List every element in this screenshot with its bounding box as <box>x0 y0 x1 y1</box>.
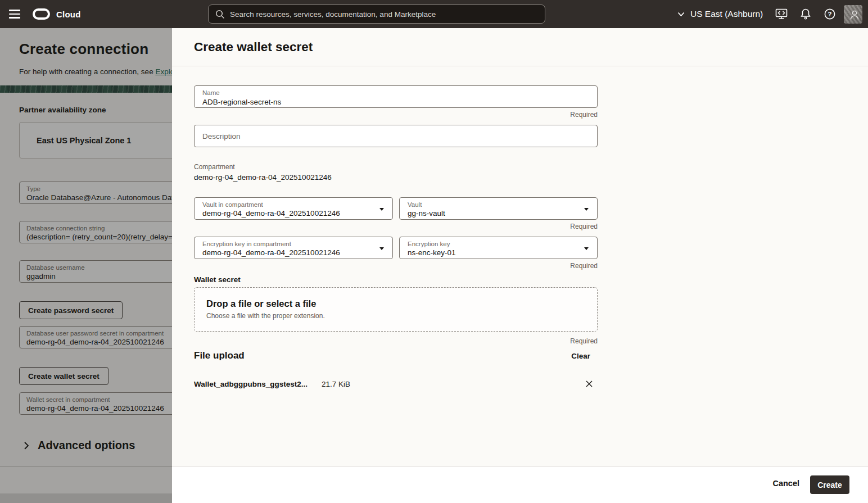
wallet-secret-label: Wallet secret <box>194 275 598 284</box>
dropzone-title: Drop a file or select a file <box>206 298 597 309</box>
name-input[interactable] <box>202 97 589 107</box>
help-icon: ? <box>823 7 837 21</box>
required-hint: Required <box>194 337 598 345</box>
brand-label: Cloud <box>56 10 81 19</box>
drawer-body: Name Required Compartment demo-rg-04_dem… <box>172 67 868 466</box>
file-size: 21.7 KiB <box>322 380 350 388</box>
chevron-down-icon <box>584 208 589 211</box>
cloud-shell-button[interactable] <box>775 7 788 21</box>
encryption-key-compartment-select[interactable]: Encryption key in compartment demo-rg-04… <box>194 237 393 270</box>
drawer-title: Create wallet secret <box>194 40 313 55</box>
uploaded-file-row: Wallet_adbggpubns_ggstest2... 21.7 KiB <box>194 379 598 391</box>
encryption-key-row: Encryption key in compartment demo-rg-04… <box>194 237 598 270</box>
close-icon <box>585 380 593 388</box>
description-group <box>194 125 598 147</box>
dropzone-subtitle: Choose a file with the proper extension. <box>206 312 597 320</box>
encryption-key-select[interactable]: Encryption key ns-enc-key-01 Required <box>399 237 598 270</box>
compartment-label: Compartment <box>194 163 598 171</box>
description-input[interactable] <box>202 132 589 141</box>
chevron-down-icon <box>677 12 685 17</box>
chevron-down-icon <box>584 247 589 250</box>
top-header: Cloud US East (Ashburn) <box>0 0 868 28</box>
clear-files-button[interactable]: Clear <box>571 352 598 360</box>
drawer-footer: Cancel Create <box>172 466 868 503</box>
create-button[interactable]: Create <box>810 475 849 494</box>
vault-compartment-select[interactable]: Vault in compartment demo-rg-04_demo-ra-… <box>194 197 393 230</box>
required-hint: Required <box>399 262 598 270</box>
vault-row: Vault in compartment demo-rg-04_demo-ra-… <box>194 197 598 230</box>
chevron-down-icon <box>379 208 384 211</box>
drawer-header: Create wallet secret <box>172 28 868 66</box>
profile-avatar[interactable] <box>844 5 862 24</box>
create-wallet-secret-drawer: Create wallet secret Name Required Compa… <box>172 28 868 503</box>
cancel-button[interactable]: Cancel <box>772 479 799 488</box>
vault-select[interactable]: Vault gg-ns-vault Required <box>399 197 598 230</box>
global-search[interactable] <box>208 4 545 24</box>
file-upload-heading: File upload <box>194 350 245 361</box>
compartment-value: demo-rg-04_demo-ra-04_202510021246 <box>194 173 598 182</box>
search-input[interactable] <box>230 10 538 19</box>
help-button[interactable]: ? <box>823 7 837 21</box>
compartment-group: Compartment demo-rg-04_demo-ra-04_202510… <box>194 163 598 182</box>
name-field[interactable]: Name <box>194 85 598 108</box>
svg-text:?: ? <box>828 11 831 17</box>
region-selector[interactable]: US East (Ashburn) <box>677 0 763 28</box>
bell-icon <box>799 7 812 21</box>
required-hint: Required <box>194 111 598 119</box>
brand-home-link[interactable]: Cloud <box>33 0 81 28</box>
user-icon <box>846 7 861 22</box>
name-field-label: Name <box>202 89 589 97</box>
oracle-logo-icon <box>33 8 50 20</box>
hamburger-menu-button[interactable] <box>9 7 22 21</box>
name-group: Name Required <box>194 85 598 119</box>
terminal-icon <box>775 7 788 21</box>
description-field[interactable] <box>194 125 598 147</box>
file-name: Wallet_adbggpubns_ggstest2... <box>194 380 308 388</box>
region-label: US East (Ashburn) <box>690 9 763 19</box>
file-upload-header: File upload Clear <box>194 350 598 361</box>
chevron-down-icon <box>379 247 384 250</box>
remove-file-button[interactable] <box>584 379 595 390</box>
search-icon <box>215 10 225 19</box>
hamburger-icon <box>9 10 20 11</box>
required-hint: Required <box>399 223 598 230</box>
screen: Cloud US East (Ashburn) <box>0 0 868 503</box>
notifications-button[interactable] <box>799 7 812 21</box>
wallet-file-dropzone[interactable]: Drop a file or select a file Choose a fi… <box>194 287 598 332</box>
